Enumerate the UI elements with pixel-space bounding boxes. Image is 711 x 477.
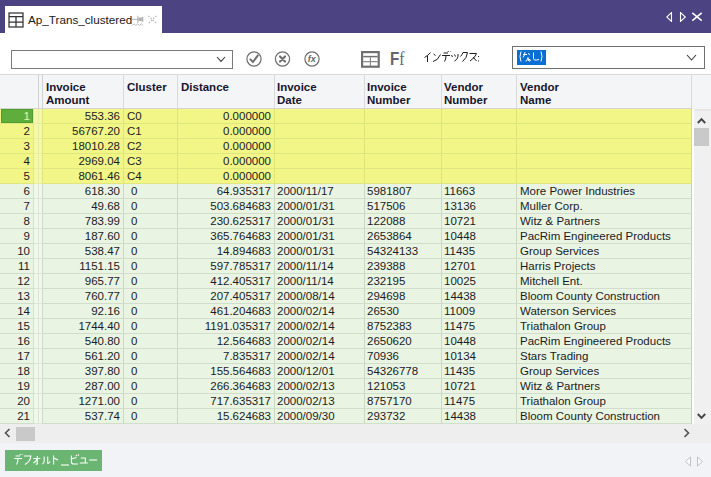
svg-text:fx: fx bbox=[308, 54, 317, 64]
